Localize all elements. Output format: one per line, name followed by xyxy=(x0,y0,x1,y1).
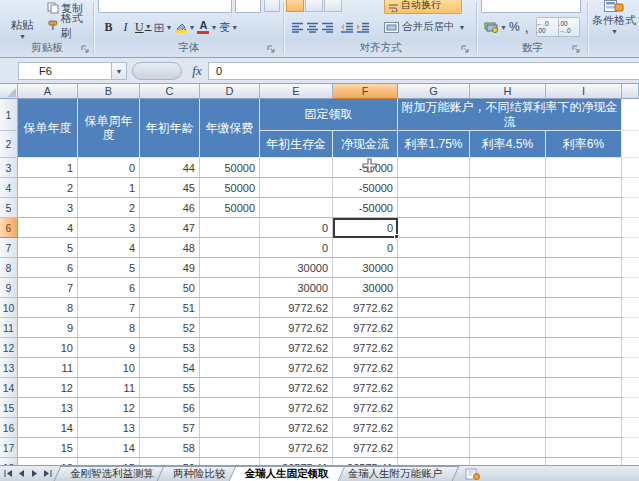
decrease-indent-button[interactable] xyxy=(339,17,355,37)
grid-cell-B6[interactable]: 3 xyxy=(78,218,140,238)
column-header-B[interactable]: B xyxy=(78,84,140,99)
grid-cell[interactable] xyxy=(622,358,639,378)
column-header-E[interactable]: E xyxy=(260,84,333,99)
grid-cell-E13[interactable]: 9772.62 xyxy=(260,358,333,378)
column-header-F[interactable]: F xyxy=(333,84,398,99)
grid-cell-E4[interactable] xyxy=(260,178,333,198)
grid-cell-E11[interactable]: 9772.62 xyxy=(260,318,333,338)
font-dialog-launcher[interactable] xyxy=(266,44,277,55)
row-header-8[interactable]: 8 xyxy=(0,258,18,278)
grid-cell-B3[interactable]: 0 xyxy=(78,158,140,178)
grid-cell-H10[interactable] xyxy=(470,298,546,318)
grid-cell[interactable] xyxy=(622,338,639,358)
clipboard-dialog-launcher[interactable] xyxy=(80,44,91,55)
grid-cell-H12[interactable] xyxy=(470,338,546,358)
grid-cell[interactable] xyxy=(622,258,639,278)
grid-cell-D5[interactable]: 50000 xyxy=(200,198,260,218)
grid-cell[interactable] xyxy=(622,218,639,238)
grid-cell-F11[interactable]: 9772.62 xyxy=(333,318,398,338)
grid-cell-B15[interactable]: 12 xyxy=(78,398,140,418)
insert-worksheet-button[interactable] xyxy=(455,466,486,481)
align-left-button[interactable] xyxy=(290,17,305,37)
grid-cell-B14[interactable]: 11 xyxy=(78,378,140,398)
grid-cell-C15[interactable]: 56 xyxy=(140,398,200,418)
grid-cell-D16[interactable] xyxy=(200,418,260,438)
grid-cell-I8[interactable] xyxy=(546,258,622,278)
column-header-partial[interactable] xyxy=(622,84,639,99)
grid-cell-B9[interactable]: 6 xyxy=(78,278,140,298)
grid-cell-G15[interactable] xyxy=(398,398,470,418)
previous-sheet-button[interactable] xyxy=(16,468,27,480)
grid-cell-F17[interactable]: 9772.62 xyxy=(333,438,398,458)
grid-cell[interactable] xyxy=(622,238,639,258)
grid-cell[interactable] xyxy=(622,458,639,465)
grid-cell-F13[interactable]: 9772.62 xyxy=(333,358,398,378)
grid-cell-G13[interactable] xyxy=(398,358,470,378)
percent-button[interactable]: % xyxy=(508,17,521,37)
underline-button[interactable]: U▼ xyxy=(134,17,153,37)
grid-cell-I14[interactable] xyxy=(546,378,622,398)
grid-cell-D13[interactable] xyxy=(200,358,260,378)
grid-cell-B11[interactable]: 8 xyxy=(78,318,140,338)
row-header-14[interactable]: 14 xyxy=(0,378,18,398)
grid-cell[interactable] xyxy=(622,178,639,198)
grid-cell-B16[interactable]: 13 xyxy=(78,418,140,438)
grid-cell-D8[interactable] xyxy=(200,258,260,278)
grid-cell[interactable] xyxy=(622,131,639,158)
grid-cell-D17[interactable] xyxy=(200,438,260,458)
grid-cell-F15[interactable]: 9772.62 xyxy=(333,398,398,418)
grid-cell-G11[interactable] xyxy=(398,318,470,338)
formula-input[interactable]: 0 xyxy=(208,62,639,80)
grid-cell-H4[interactable] xyxy=(470,178,546,198)
grid-cell-F4[interactable]: -50000 xyxy=(333,178,398,198)
row-header-9[interactable]: 9 xyxy=(0,278,18,298)
grid-cell-A18[interactable]: 16 xyxy=(18,458,78,465)
wrap-text-button[interactable]: 自动换行 xyxy=(384,0,462,14)
grid-cell-E12[interactable]: 9772.62 xyxy=(260,338,333,358)
first-sheet-button[interactable] xyxy=(3,468,14,480)
name-box-dropdown[interactable]: ▼ xyxy=(112,62,127,80)
sheet-tab-2[interactable]: 两种险比较 xyxy=(160,466,239,481)
grid-cell-E18[interactable]: 32575.41 xyxy=(260,458,333,465)
grid-cell-H3[interactable] xyxy=(470,158,546,178)
grid-cell-G8[interactable] xyxy=(398,258,470,278)
grid-cell[interactable] xyxy=(622,298,639,318)
grid-cell-G6[interactable] xyxy=(398,218,470,238)
column-header-A[interactable]: A xyxy=(18,84,78,99)
grid-cell[interactable] xyxy=(622,438,639,458)
decrease-decimal-button[interactable]: .00 →.0 xyxy=(558,18,579,36)
grid-cell-H13[interactable] xyxy=(470,358,546,378)
column-header-C[interactable]: C xyxy=(140,84,200,99)
grid-cell-D4[interactable]: 50000 xyxy=(200,178,260,198)
grid-cell-A13[interactable]: 11 xyxy=(18,358,78,378)
grid-cell-F18[interactable]: 32575.41 xyxy=(333,458,398,465)
grid-cell-D12[interactable] xyxy=(200,338,260,358)
grid-cell[interactable] xyxy=(622,158,639,178)
phonetic-guide-button[interactable]: 变 ▼ xyxy=(218,17,239,37)
grid-cell-A8[interactable]: 6 xyxy=(18,258,78,278)
italic-button[interactable]: I xyxy=(117,17,134,37)
grid-cell[interactable] xyxy=(622,378,639,398)
sheet-tab-3[interactable]: 金瑞人生固定领取 xyxy=(232,466,342,481)
grid-cell-E6[interactable]: 0 xyxy=(260,218,333,238)
grid-cell-D18[interactable] xyxy=(200,458,260,465)
row-header-11[interactable]: 11 xyxy=(0,318,18,338)
grid-cell-E9[interactable]: 30000 xyxy=(260,278,333,298)
grid-cell-D15[interactable] xyxy=(200,398,260,418)
grid-cell-C12[interactable]: 53 xyxy=(140,338,200,358)
paste-button[interactable]: 粘贴 ▼ xyxy=(4,0,40,40)
align-right-button[interactable] xyxy=(320,17,335,37)
grid-cell-F5[interactable]: -50000 xyxy=(333,198,398,218)
grid-cell-A14[interactable]: 12 xyxy=(18,378,78,398)
grid-cell-H15[interactable] xyxy=(470,398,546,418)
grid-cell-G18[interactable] xyxy=(398,458,470,465)
grid-cell-E14[interactable]: 9772.62 xyxy=(260,378,333,398)
grid-cell-F7[interactable]: 0 xyxy=(333,238,398,258)
grid-cell-B7[interactable]: 4 xyxy=(78,238,140,258)
row-header-5[interactable]: 5 xyxy=(0,198,18,218)
increase-indent-button[interactable] xyxy=(355,17,371,37)
grid-cell-B10[interactable]: 7 xyxy=(78,298,140,318)
grid-cell-H9[interactable] xyxy=(470,278,546,298)
comma-button[interactable]: , xyxy=(521,17,533,37)
grid-cell-C6[interactable]: 47 xyxy=(140,218,200,238)
